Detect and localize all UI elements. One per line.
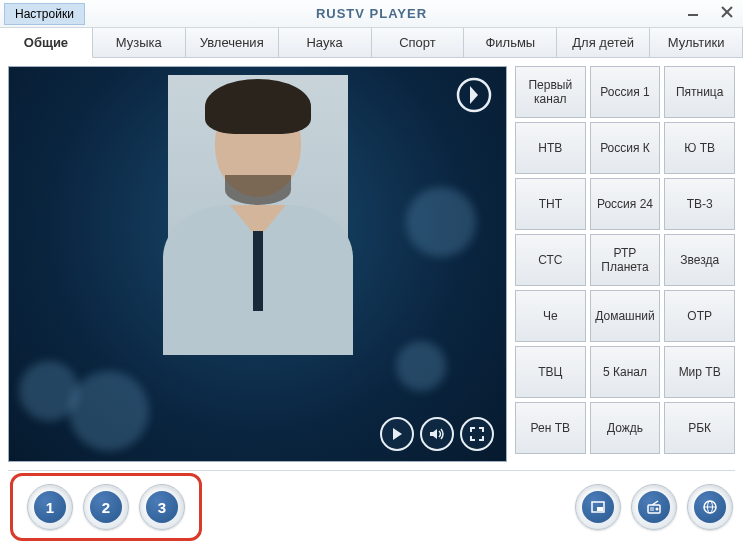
svg-point-7 xyxy=(656,508,659,511)
tool-group xyxy=(575,484,733,530)
channel-1-logo xyxy=(456,77,492,113)
channel-button[interactable]: РБК xyxy=(664,402,735,454)
video-frame-content xyxy=(168,75,348,355)
settings-button[interactable]: Настройки xyxy=(4,3,85,25)
radio-icon xyxy=(638,491,670,523)
preset-label: 1 xyxy=(34,491,66,523)
svg-rect-5 xyxy=(597,507,603,511)
minimize-icon[interactable] xyxy=(683,2,703,22)
close-icon[interactable] xyxy=(717,2,737,22)
channel-button[interactable]: Рен ТВ xyxy=(515,402,586,454)
channel-button[interactable]: СТС xyxy=(515,234,586,286)
tab-science[interactable]: Наука xyxy=(279,28,372,57)
radio-button[interactable] xyxy=(631,484,677,530)
channel-button[interactable]: ОТР xyxy=(664,290,735,342)
app-title: RUSTV PLAYER xyxy=(0,6,743,21)
preset-2-button[interactable]: 2 xyxy=(83,484,129,530)
category-tabs: Общие Музыка Увлечения Наука Спорт Фильм… xyxy=(0,28,743,58)
preset-label: 2 xyxy=(90,491,122,523)
preset-1-button[interactable]: 1 xyxy=(27,484,73,530)
preset-label: 3 xyxy=(146,491,178,523)
main-content: Первый канал Россия 1 Пятница НТВ Россия… xyxy=(0,58,743,466)
tab-general[interactable]: Общие xyxy=(0,28,93,58)
video-controls xyxy=(380,417,494,451)
channel-button[interactable]: ТВ-3 xyxy=(664,178,735,230)
tab-sport[interactable]: Спорт xyxy=(372,28,465,57)
volume-button[interactable] xyxy=(420,417,454,451)
globe-button[interactable] xyxy=(687,484,733,530)
channel-button[interactable]: РТР Планета xyxy=(590,234,661,286)
preset-group-highlight: 1 2 3 xyxy=(10,473,202,541)
tab-music[interactable]: Музыка xyxy=(93,28,186,57)
channel-button[interactable]: НТВ xyxy=(515,122,586,174)
titlebar: Настройки RUSTV PLAYER xyxy=(0,0,743,28)
channel-button[interactable]: Россия К xyxy=(590,122,661,174)
channel-button[interactable]: Дождь xyxy=(590,402,661,454)
play-button[interactable] xyxy=(380,417,414,451)
fullscreen-button[interactable] xyxy=(460,417,494,451)
channel-button[interactable]: Мир ТВ xyxy=(664,346,735,398)
channel-button[interactable]: 5 Канал xyxy=(590,346,661,398)
tab-kids[interactable]: Для детей xyxy=(557,28,650,57)
channel-button[interactable]: Первый канал xyxy=(515,66,586,118)
preset-3-button[interactable]: 3 xyxy=(139,484,185,530)
bottom-toolbar: 1 2 3 xyxy=(0,471,743,543)
channel-button[interactable]: Россия 24 xyxy=(590,178,661,230)
pip-button[interactable] xyxy=(575,484,621,530)
tab-hobby[interactable]: Увлечения xyxy=(186,28,279,57)
channel-button[interactable]: Звезда xyxy=(664,234,735,286)
channel-button[interactable]: Пятница xyxy=(664,66,735,118)
channel-button[interactable]: Че xyxy=(515,290,586,342)
channel-list: Первый канал Россия 1 Пятница НТВ Россия… xyxy=(515,66,735,462)
window-controls xyxy=(683,2,737,22)
tab-cartoons[interactable]: Мультики xyxy=(650,28,743,57)
channel-button[interactable]: Ю ТВ xyxy=(664,122,735,174)
channel-button[interactable]: Домашний xyxy=(590,290,661,342)
globe-icon xyxy=(694,491,726,523)
pip-icon xyxy=(582,491,614,523)
channel-button[interactable]: ТНТ xyxy=(515,178,586,230)
channel-button[interactable]: ТВЦ xyxy=(515,346,586,398)
tab-movies[interactable]: Фильмы xyxy=(464,28,557,57)
video-player[interactable] xyxy=(8,66,507,462)
channel-button[interactable]: Россия 1 xyxy=(590,66,661,118)
